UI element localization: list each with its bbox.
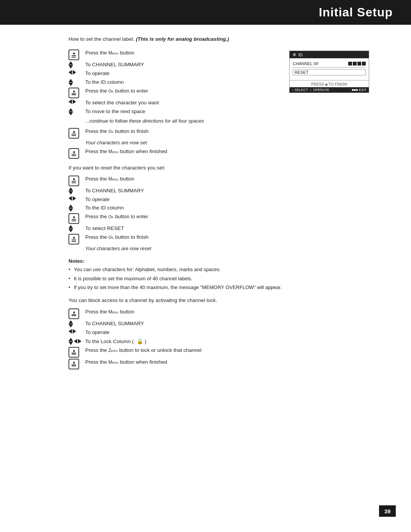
arrow-updown-r2 [68, 204, 85, 212]
remote-icon-2 [68, 87, 85, 98]
lock-step-text-6: Press the Menu button when finished [85, 358, 373, 366]
step-ok-enter: Press the Ok button to enter [68, 87, 278, 98]
screen-title-bar: ⊕ ID [290, 51, 369, 58]
remote-icon-l1 [68, 308, 85, 319]
lock-step-menu-finished: Press the Menu button when finished [68, 358, 373, 369]
reset-step-text-2: To CHANNEL SUMMARY [85, 187, 373, 195]
step-text-2: To CHANNEL SUMMARY [85, 61, 278, 69]
page-title: Initial Setup [0, 5, 393, 19]
step-channel-summary: To CHANNEL SUMMARY [68, 61, 278, 69]
content-area: How to set the channel label. (This is o… [0, 35, 411, 393]
step-next-space: To move to the next space [68, 108, 278, 116]
continue-note: ...continue to follow these directions f… [85, 117, 278, 125]
arrow-updown-icon-1 [68, 61, 85, 69]
reset-step-ok-enter: Press the Ok button to enter [68, 213, 373, 224]
notes-title: Notes: [68, 258, 373, 264]
reset-step-text-3: To operate [85, 196, 373, 204]
step-text-menu-finished: Press the Menu button when finished [85, 148, 278, 156]
step-text-5: Press the Ok button to enter [85, 87, 278, 95]
chars-set-note: Your characters are now set [85, 140, 278, 145]
lock-step-operate: To operate [68, 329, 373, 337]
step-text-4: To the ID column [85, 78, 278, 86]
notes-section: Notes: You can use characters for: Alpha… [68, 258, 373, 291]
reset-step-text-7: Press the Ok button to finish [85, 233, 373, 241]
lock-icon: 🔒 [137, 337, 143, 346]
press-finish: PRESS ■ TO FINISH [290, 80, 369, 87]
step-select-char: To select the character you want [68, 99, 278, 107]
reset-step-ok-finish: Press the Ok button to finish [68, 233, 373, 244]
step-operate: To operate [68, 70, 278, 78]
arrow-updown-r3 [68, 225, 85, 232]
remote-icon-3 [68, 128, 85, 139]
page-wrapper: Initial Setup How to set the channel lab… [0, 0, 411, 532]
step-id-column: To the ID column [68, 78, 278, 86]
arrow-leftright-icon-2 [68, 99, 85, 104]
two-col-layout: Press the Menu button To CHANNEL SUMMARY [68, 49, 373, 160]
remote-icon-4 [68, 148, 85, 159]
arrow-leftright-icon-1 [68, 70, 85, 75]
lock-intro: You can block access to a channel by act… [68, 297, 373, 304]
reset-step-operate: To operate [68, 196, 373, 204]
tv-screen: ⊕ ID CHANNEL 09 [289, 51, 369, 93]
page-number: 39 [379, 505, 396, 517]
reset-step-text-5: Press the Ok button to enter [85, 213, 373, 221]
arrow-leftright-r1 [68, 196, 85, 201]
chars-reset-note: Your characters are now reset [85, 246, 373, 251]
notes-item-3: If you try to set more than the 40 maxim… [68, 284, 373, 291]
title-bar: Initial Setup [0, 0, 411, 25]
arrow-updown-l1 [68, 320, 85, 328]
reset-intro: If you want to reset the characters you … [68, 164, 373, 172]
lock-step-text-3: To operate [85, 329, 373, 337]
step-text-1: Press the Menu button [85, 49, 278, 57]
reset-step-text-4: To the ID column [85, 204, 373, 212]
screen-reset: RESET [293, 69, 366, 75]
reset-step-text-6: To select RESET [85, 225, 373, 233]
lock-step-text-4: To the Lock Column ( 🔒 ) [85, 337, 373, 346]
step-press-menu: Press the Menu button [68, 49, 278, 60]
lock-step-lock-col: To the Lock Column ( 🔒 ) [68, 337, 373, 346]
arrow-leftright-l1 [68, 329, 85, 334]
lock-step-zero: Press the Zero button to lock or unlock … [68, 347, 373, 358]
reset-step-text-1: Press the Menu button [85, 175, 373, 183]
reset-step-summary: To CHANNEL SUMMARY [68, 187, 373, 195]
lock-step-text-1: Press the Menu button [85, 308, 373, 316]
reset-step-select-reset: To select RESET [68, 225, 373, 233]
lock-step-summary: To CHANNEL SUMMARY [68, 320, 373, 328]
screen-bottom-bar: ↕ SELECT ↔ OPERATE ■■■ EXIT [290, 87, 369, 93]
remote-icon-l2 [68, 347, 85, 358]
step-ok-finish: Press the Ok button to finish [68, 128, 278, 139]
screen-body: CHANNEL 09 RESET [290, 58, 369, 80]
reset-step-menu: Press the Menu button [68, 175, 373, 186]
remote-icon-l3 [68, 358, 85, 369]
step-text-6: To select the character you want [85, 99, 278, 107]
step-text-ok-finish: Press the Ok button to finish [85, 128, 278, 136]
arrows-all-l1 [68, 337, 85, 345]
remote-icon-r2 [68, 213, 85, 224]
step-text-3: To operate [85, 70, 278, 78]
notes-item-1: You can use characters for: Alphabet, nu… [68, 266, 373, 273]
notes-item-2: It is possible to set the maximum of 40 … [68, 275, 373, 283]
screen-channel-row: CHANNEL 09 [293, 61, 366, 68]
reset-step-id: To the ID column [68, 204, 373, 212]
lock-step-menu: Press the Menu button [68, 308, 373, 319]
tv-screen-mockup: ⊕ ID CHANNEL 09 [289, 49, 373, 160]
arrow-updown-icon-3 [68, 108, 85, 115]
remote-icon-r3 [68, 233, 85, 244]
intro-text: How to set the channel label. (This is o… [68, 35, 373, 43]
channel-blocks [348, 62, 366, 66]
remote-icon-1 [68, 49, 85, 60]
arrow-updown-r1 [68, 187, 85, 195]
step-text-7: To move to the next space [85, 108, 278, 116]
notes-list: You can use characters for: Alphabet, nu… [68, 266, 373, 291]
instructions-col: Press the Menu button To CHANNEL SUMMARY [68, 49, 278, 160]
arrow-updown-icon-2 [68, 78, 85, 86]
lock-step-text-5: Press the Zero button to lock or unlock … [85, 347, 373, 355]
step-menu-finished: Press the Menu button when finished [68, 148, 278, 159]
lock-step-text-2: To CHANNEL SUMMARY [85, 320, 373, 328]
remote-icon-r1 [68, 175, 85, 186]
